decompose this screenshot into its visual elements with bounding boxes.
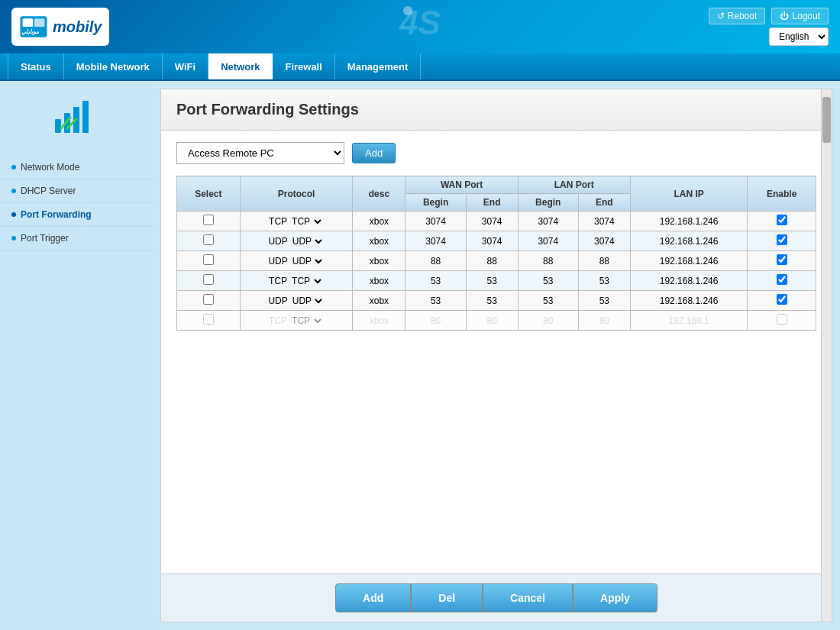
protocol-value: UDP [268,236,287,247]
row-lan-end-cell: 53 [578,291,630,311]
cancel-button[interactable]: Cancel [483,583,573,612]
svg-rect-2 [34,18,45,27]
row-checkbox[interactable] [203,274,214,285]
enable-checkbox[interactable] [777,234,787,245]
enable-checkbox[interactable] [777,254,787,265]
row-lan-ip-cell: 192.168.1.246 [630,231,748,251]
protocol-select[interactable]: TCP UDP [289,255,325,267]
row-enable-cell[interactable] [748,291,816,311]
sidebar-item-dhcp-server[interactable]: DHCP Server [0,179,153,203]
row-select-cell[interactable] [177,291,241,311]
row-checkbox[interactable] [203,234,214,245]
row-desc-cell: xbox [353,212,405,231]
row-lan-begin-cell: 88 [518,251,578,271]
apply-button[interactable]: Apply [573,583,657,612]
row-checkbox[interactable] [203,215,214,225]
row-select-cell[interactable] [177,212,241,231]
table-row: TCP TCP UDP xbox 53 53 53 53 192.168.1.2… [177,271,816,291]
table-row: UDP TCP UDP xbox 88 88 88 88 192.168.1.2… [177,251,816,271]
row-desc-cell: xbox [353,251,405,271]
row-lan-end-cell: 53 [578,271,630,291]
sidebar-item-port-trigger[interactable]: Port Trigger [0,227,153,250]
row-select-cell[interactable] [177,231,241,251]
reboot-icon: ↺ [717,11,725,21]
logo-box: موبايلي mobily [11,8,109,46]
row-wan-end-cell: 80 [466,311,518,331]
nav-item-management[interactable]: Management [335,53,421,79]
row-enable-cell[interactable] [748,212,816,231]
sidebar-item-port-forwarding[interactable]: Port Forwarding [0,203,153,227]
svg-rect-7 [82,101,89,133]
row-desc-cell: xbox [353,271,405,291]
row-protocol-cell[interactable]: UDP TCP UDP [240,231,353,251]
row-wan-begin-cell: 53 [405,271,466,291]
nav-item-wifi[interactable]: WiFi [163,53,208,79]
row-wan-end-cell: 3074 [466,231,518,251]
row-checkbox[interactable] [203,294,214,305]
protocol-select[interactable]: TCP UDP [289,295,325,307]
toolbar-row: Access Remote PC Add [176,142,816,164]
row-lan-ip-cell: 192.168.1.246 [630,271,748,291]
col-lan-port: LAN Port [518,176,630,194]
logout-icon: ⏻ [780,11,789,21]
row-enable-cell[interactable] [748,311,816,331]
del-button[interactable]: Del [411,583,483,612]
row-wan-end-cell: 3074 [466,212,518,231]
row-wan-begin-cell: 3074 [405,231,466,251]
nav-item-status[interactable]: Status [8,53,64,79]
enable-checkbox[interactable] [777,215,787,225]
add-top-button[interactable]: Add [352,143,396,163]
enable-checkbox[interactable] [777,314,787,325]
nav-item-mobile-network[interactable]: Mobile Network [64,53,163,79]
protocol-select[interactable]: TCP UDP [289,315,324,327]
row-checkbox[interactable] [203,254,214,265]
protocol-value: TCP [269,315,287,326]
row-select-cell[interactable] [177,251,241,271]
header-buttons: ↺ Reboot ⏻ Logout [709,8,829,24]
row-lan-end-cell: 80 [578,311,630,331]
row-wan-begin-cell: 88 [405,251,466,271]
row-protocol-cell[interactable]: UDP TCP UDP [240,291,353,311]
add-bottom-button[interactable]: Add [335,583,411,612]
protocol-select[interactable]: TCP UDP [289,235,325,247]
col-wan-begin: Begin [405,194,466,212]
bullet-icon [11,236,16,241]
nav-item-network[interactable]: Network [208,53,273,79]
signal-dot [403,6,412,15]
signal-strength-icon [0,96,153,141]
header: موبايلي mobily 4S ↺ Reboot ⏻ Logout Engl… [0,0,840,53]
row-select-cell[interactable] [177,271,241,291]
protocol-value: TCP [269,276,287,286]
row-protocol-cell[interactable]: TCP TCP UDP [240,311,353,331]
nav-bar: Status Mobile Network WiFi Network Firew… [0,53,840,81]
protocol-select[interactable]: TCP UDP [289,215,324,228]
row-select-cell[interactable] [177,311,241,331]
row-protocol-cell[interactable]: TCP TCP UDP [240,271,353,291]
row-enable-cell[interactable] [748,231,816,251]
language-select[interactable]: English [769,27,829,46]
logout-button[interactable]: ⏻ Logout [771,8,829,24]
row-enable-cell[interactable] [748,271,816,291]
svg-text:موبايلي: موبايلي [21,28,40,35]
row-lan-begin-cell: 3074 [518,231,578,251]
protocol-value: TCP [269,216,287,227]
scrollbar[interactable] [821,89,832,622]
sidebar-item-network-mode[interactable]: Network Mode [0,156,153,179]
bullet-icon [11,212,16,217]
main-panel: Port Forwarding Settings Access Remote P… [160,89,832,622]
nav-item-firewall[interactable]: Firewall [273,53,334,79]
row-lan-end-cell: 3074 [578,212,630,231]
mobily-logo-icon: موبايلي [19,12,48,41]
panel-body[interactable]: Access Remote PC Add Select Protocol des… [161,131,832,573]
reboot-button[interactable]: ↺ Reboot [709,8,766,24]
enable-checkbox[interactable] [777,274,787,285]
protocol-select[interactable]: TCP UDP [289,275,324,287]
row-lan-ip-cell: 192.168.1.246 [630,251,748,271]
row-protocol-cell[interactable]: UDP TCP UDP [240,251,353,271]
enable-checkbox[interactable] [777,294,787,305]
row-checkbox[interactable] [203,314,214,325]
row-protocol-cell[interactable]: TCP TCP UDP [240,212,353,231]
preset-select[interactable]: Access Remote PC [176,142,344,164]
scroll-thumb[interactable] [822,97,831,143]
row-enable-cell[interactable] [748,251,816,271]
